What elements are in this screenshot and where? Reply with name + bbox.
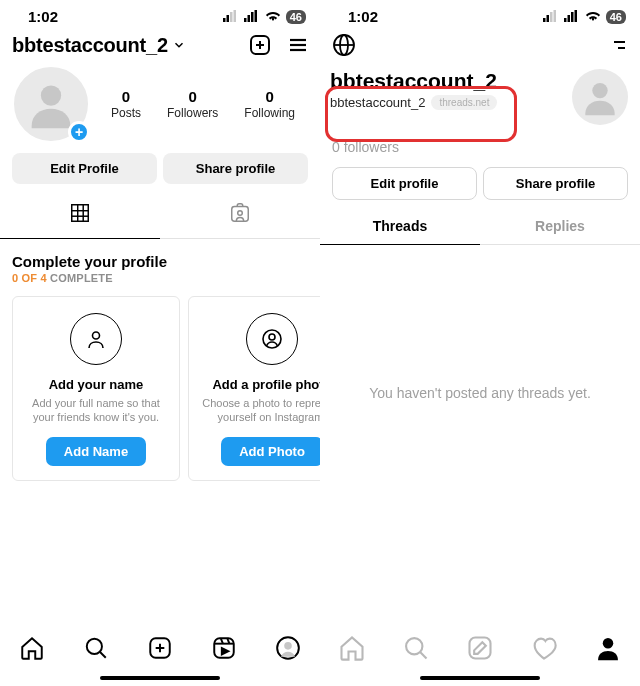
handle-text: bbtestaccount_2 (330, 95, 425, 110)
create-post-button[interactable] (248, 33, 272, 57)
dual-sim-icon (543, 8, 559, 25)
tab-tagged[interactable] (160, 192, 320, 238)
svg-point-25 (87, 639, 102, 654)
cellular-icon (244, 8, 260, 25)
svg-rect-2 (230, 12, 233, 22)
nav-search-icon[interactable] (402, 634, 430, 666)
svg-point-51 (406, 638, 422, 654)
username-dropdown[interactable]: bbtestaccount_2 (12, 34, 186, 57)
svg-rect-15 (72, 205, 89, 222)
add-name-button[interactable]: Add Name (46, 437, 146, 466)
display-name: bbtestaccount_2 (330, 69, 497, 93)
profile-tabs (0, 192, 320, 239)
hamburger-menu-button[interactable] (286, 33, 310, 57)
svg-point-23 (263, 330, 281, 348)
status-right: 46 (223, 8, 306, 25)
person-circle-icon (246, 313, 298, 365)
svg-rect-38 (546, 15, 549, 22)
tagged-icon (229, 202, 251, 228)
onboarding-cards[interactable]: Add your name Add your full name so that… (0, 290, 320, 481)
tab-grid[interactable] (0, 192, 160, 238)
svg-point-36 (284, 642, 292, 650)
battery-pill: 46 (286, 10, 306, 24)
svg-rect-39 (550, 12, 553, 22)
svg-rect-37 (543, 18, 546, 22)
t-share-profile-button[interactable]: Share profile (483, 167, 628, 200)
stat-followers[interactable]: 0 Followers (167, 88, 218, 120)
tab-replies[interactable]: Replies (480, 208, 640, 244)
svg-point-14 (41, 85, 61, 105)
add-story-badge[interactable]: + (68, 121, 90, 143)
threads-tabs: Threads Replies (320, 208, 640, 245)
svg-line-52 (420, 652, 426, 658)
nav-compose-icon[interactable] (466, 634, 494, 666)
svg-rect-53 (470, 638, 491, 659)
svg-line-26 (100, 652, 106, 658)
status-bar: 1:02 46 (0, 0, 320, 27)
svg-rect-0 (223, 18, 226, 22)
nav-home-icon[interactable] (19, 635, 45, 665)
svg-rect-1 (226, 15, 229, 22)
t-edit-profile-button[interactable]: Edit profile (332, 167, 477, 200)
threads-buttons: Edit profile Share profile (320, 167, 640, 208)
followers-count[interactable]: 0 followers (320, 125, 640, 167)
wifi-icon (265, 8, 281, 25)
svg-rect-43 (571, 12, 574, 22)
edit-profile-button[interactable]: Edit Profile (12, 153, 157, 184)
svg-marker-34 (222, 648, 229, 655)
instagram-screen: 1:02 46 bbtestaccount_2 (0, 0, 320, 686)
grid-icon (69, 202, 91, 228)
tab-threads[interactable]: Threads (320, 208, 480, 244)
stat-posts[interactable]: 0 Posts (111, 88, 141, 120)
svg-rect-44 (574, 10, 577, 22)
svg-rect-41 (564, 18, 567, 22)
home-indicator (100, 676, 220, 680)
svg-rect-40 (553, 10, 556, 22)
wifi-icon (585, 8, 601, 25)
empty-state-text: You haven't posted any threads yet. (320, 385, 640, 401)
threads-header (320, 27, 640, 65)
threads-net-badge[interactable]: threads.net (431, 95, 497, 110)
profile-avatar[interactable]: + (12, 65, 90, 143)
threads-profile-info: bbtestaccount_2 bbtestaccount_2 threads.… (320, 65, 640, 125)
card-title: Add a profile photo (199, 377, 320, 392)
nav-search-icon[interactable] (83, 635, 109, 665)
svg-point-54 (603, 638, 614, 649)
svg-point-21 (238, 211, 243, 216)
card-title: Add your name (23, 377, 169, 392)
stat-following[interactable]: 0 Following (244, 88, 295, 120)
complete-profile-title: Complete your profile (12, 253, 308, 270)
battery-pill: 46 (606, 10, 626, 24)
nav-profile-icon[interactable] (594, 634, 622, 666)
complete-profile-progress: 0 OF 4 COMPLETE (12, 272, 308, 284)
two-line-menu-button[interactable] (604, 33, 628, 57)
threads-screen: 1:02 46 bbtestaccount_2 bbtestaccount_2 … (320, 0, 640, 686)
share-profile-button[interactable]: Share profile (163, 153, 308, 184)
nav-activity-icon[interactable] (530, 634, 558, 666)
threads-avatar[interactable] (572, 69, 628, 125)
chevron-down-icon (172, 34, 186, 57)
nav-home-icon[interactable] (338, 634, 366, 666)
svg-rect-20 (232, 207, 249, 222)
svg-rect-4 (244, 18, 247, 22)
status-time: 1:02 (348, 8, 378, 25)
globe-icon[interactable] (332, 33, 356, 57)
nav-profile-icon[interactable] (275, 635, 301, 665)
svg-rect-7 (254, 10, 257, 22)
ig-header: bbtestaccount_2 (0, 27, 320, 65)
cellular-icon (564, 8, 580, 25)
svg-point-22 (93, 332, 100, 339)
status-time: 1:02 (28, 8, 58, 25)
svg-point-24 (269, 334, 275, 340)
svg-rect-42 (567, 15, 570, 22)
header-username: bbtestaccount_2 (12, 34, 168, 57)
status-bar: 1:02 46 (320, 0, 640, 27)
svg-rect-6 (251, 12, 254, 22)
nav-reels-icon[interactable] (211, 635, 237, 665)
profile-stats-row: + 0 Posts 0 Followers 0 Following (0, 65, 320, 153)
add-photo-button[interactable]: Add Photo (221, 437, 320, 466)
person-outline-icon (70, 313, 122, 365)
card-add-photo: Add a profile photo Choose a photo to re… (188, 296, 320, 481)
nav-create-icon[interactable] (147, 635, 173, 665)
status-right: 46 (543, 8, 626, 25)
